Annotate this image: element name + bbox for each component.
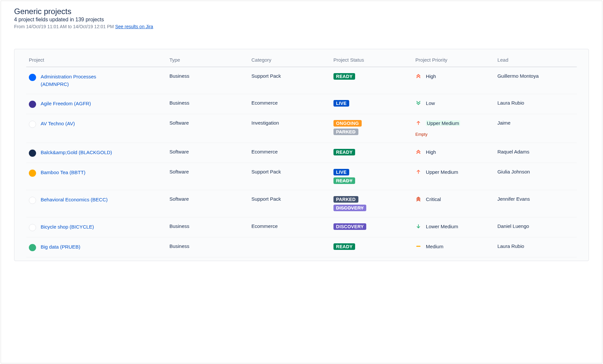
type-cell: Software <box>167 114 249 143</box>
priority-cell: Lower Medium <box>413 217 495 237</box>
project-link[interactable]: Behavioral Economics (BECC) <box>41 196 108 204</box>
project-link[interactable]: Big data (PRUEB) <box>41 243 80 251</box>
status-badge-live: LIVE <box>333 169 349 175</box>
type-cell: Business <box>167 217 249 237</box>
status-badge-ready: READY <box>333 243 355 250</box>
status-cell: READY <box>331 237 413 257</box>
priority-label: Critical <box>426 196 441 202</box>
project-avatar <box>29 170 36 177</box>
table-row: Bamboo Tea (BBTT)SoftwareSupport PackLIV… <box>26 163 577 190</box>
table-row: Agile Freedom (AGFR)BusinessEcommerceLIV… <box>26 94 577 114</box>
project-avatar <box>29 224 36 231</box>
priority-cell: Medium <box>413 237 495 257</box>
priority-empty: Empty <box>415 132 428 137</box>
page-meta: From 14/Oct/19 11:01 AM to 14/Oct/19 12:… <box>14 24 589 29</box>
status-cell: READY <box>331 67 413 94</box>
status-cell: LIVE <box>331 94 413 114</box>
priority-high-icon <box>415 149 421 155</box>
status-cell: ONGOINGPARKED <box>331 114 413 143</box>
priority-label: Low <box>426 100 435 106</box>
page-title: Generic projects <box>14 7 589 16</box>
category-cell: Support Pack <box>249 163 331 190</box>
project-link[interactable]: Bamboo Tea (BBTT) <box>41 169 85 176</box>
category-cell: Ecommerce <box>249 143 331 163</box>
priority-cell: Upper MediumEmpty <box>413 114 495 143</box>
status-badge-ready: READY <box>333 149 355 155</box>
table-row: Balck&amp;Gold (BLACKGOLD)SoftwareEcomme… <box>26 143 577 163</box>
page-container: Generic projects 4 project fields update… <box>1 1 602 363</box>
project-avatar <box>29 121 36 128</box>
col-lead[interactable]: Lead <box>495 49 577 67</box>
table-row: AV Techno (AV)SoftwareInvestigationONGOI… <box>26 114 577 143</box>
priority-cell: Upper Medium <box>413 163 495 190</box>
table-row: Big data (PRUEB)BusinessREADYMediumLaura… <box>26 237 577 257</box>
project-avatar <box>29 197 36 204</box>
type-cell: Business <box>167 94 249 114</box>
project-avatar <box>29 244 36 251</box>
priority-medium-icon <box>415 243 421 249</box>
category-cell <box>249 237 331 257</box>
project-link[interactable]: Administration Processes (ADMNPRC) <box>41 73 116 88</box>
table-header-row: Project Type Category Project Status Pro… <box>26 49 577 67</box>
project-link[interactable]: Bicycle shop (BICYCLE) <box>41 223 94 231</box>
lead-cell: Daniel Luengo <box>495 217 577 237</box>
status-cell: READY <box>331 143 413 163</box>
project-avatar <box>29 74 36 81</box>
table-row: Bicycle shop (BICYCLE)BusinessEcommerceD… <box>26 217 577 237</box>
lead-cell: Raquel Adams <box>495 143 577 163</box>
table-row: Administration Processes (ADMNPRC)Busine… <box>26 67 577 94</box>
status-badge-live: LIVE <box>333 100 349 107</box>
table-row: Behavioral Economics (BECC)SoftwareSuppo… <box>26 190 577 217</box>
type-cell: Software <box>167 143 249 163</box>
priority-label: High <box>426 149 436 155</box>
status-badge-parked: PARKED <box>333 196 358 203</box>
priority-cell: Low <box>413 94 495 114</box>
col-category[interactable]: Category <box>249 49 331 67</box>
lead-cell: Giulia Johnson <box>495 163 577 190</box>
status-badge-ongoing: ONGOING <box>333 120 362 127</box>
priority-cell: High <box>413 143 495 163</box>
project-link[interactable]: Agile Freedom (AGFR) <box>41 100 91 108</box>
status-badge-discovery-old: DISCOVERY <box>333 205 367 211</box>
date-range-text: From 14/Oct/19 11:01 AM to 14/Oct/19 12:… <box>14 24 115 29</box>
col-project[interactable]: Project <box>26 49 167 67</box>
priority-cell: Critical <box>413 190 495 217</box>
project-link[interactable]: AV Techno (AV) <box>41 120 75 128</box>
priority-label: Lower Medium <box>426 224 458 229</box>
priority-critical-icon <box>415 196 421 202</box>
project-link[interactable]: Balck&amp;Gold (BLACKGOLD) <box>41 149 112 156</box>
status-badge-ready-old: READY <box>333 177 355 184</box>
projects-card: Project Type Category Project Status Pro… <box>14 49 589 261</box>
project-avatar <box>29 101 36 108</box>
projects-table: Project Type Category Project Status Pro… <box>26 49 577 257</box>
priority-upper_medium-icon <box>415 120 421 126</box>
type-cell: Software <box>167 190 249 217</box>
type-cell: Business <box>167 237 249 257</box>
type-cell: Software <box>167 163 249 190</box>
status-badge-parked-old: PARKED <box>333 129 358 135</box>
type-cell: Business <box>167 67 249 94</box>
status-badge-discovery: DISCOVERY <box>333 223 367 230</box>
priority-high-icon <box>415 73 421 79</box>
col-status[interactable]: Project Status <box>331 49 413 67</box>
category-cell: Support Pack <box>249 67 331 94</box>
priority-upper_medium-icon <box>415 169 421 175</box>
status-cell: PARKEDDISCOVERY <box>331 190 413 217</box>
lead-cell: Jennifer Evans <box>495 190 577 217</box>
priority-label: Upper Medium <box>426 169 458 175</box>
jira-results-link[interactable]: See results on Jira <box>115 24 153 29</box>
priority-lower_medium-icon <box>415 223 421 229</box>
category-cell: Investigation <box>249 114 331 143</box>
col-type[interactable]: Type <box>167 49 249 67</box>
priority-cell: High <box>413 67 495 94</box>
priority-label: Medium <box>426 244 443 249</box>
status-cell: DISCOVERY <box>331 217 413 237</box>
priority-label: Upper Medium <box>426 120 460 126</box>
lead-cell: Jaime <box>495 114 577 143</box>
lead-cell: Laura Rubio <box>495 94 577 114</box>
category-cell: Ecommerce <box>249 94 331 114</box>
category-cell: Ecommerce <box>249 217 331 237</box>
priority-low-icon <box>415 100 421 106</box>
category-cell: Support Pack <box>249 190 331 217</box>
col-priority[interactable]: Project Priority <box>413 49 495 67</box>
